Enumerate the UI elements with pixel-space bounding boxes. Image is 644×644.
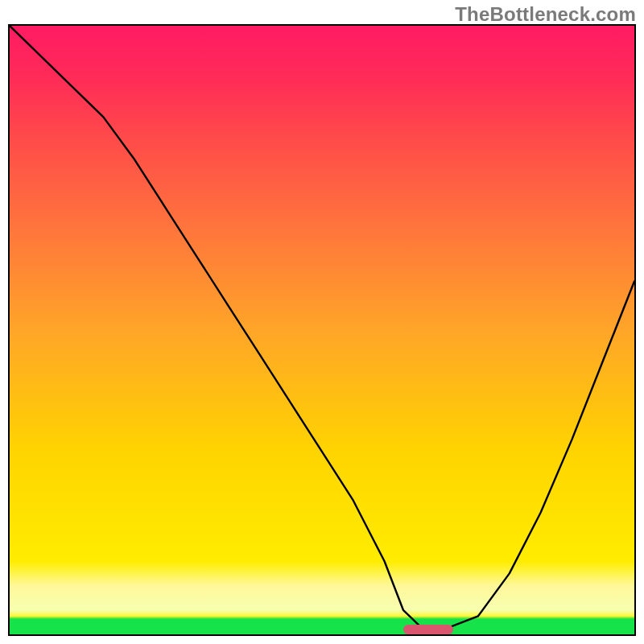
bottleneck-curve [10, 26, 634, 634]
plot-area [8, 24, 636, 636]
chart-frame: TheBottleneck.com [0, 0, 644, 644]
curve-path [10, 26, 634, 628]
watermark-text: TheBottleneck.com [455, 3, 636, 26]
optimum-marker [403, 625, 453, 634]
